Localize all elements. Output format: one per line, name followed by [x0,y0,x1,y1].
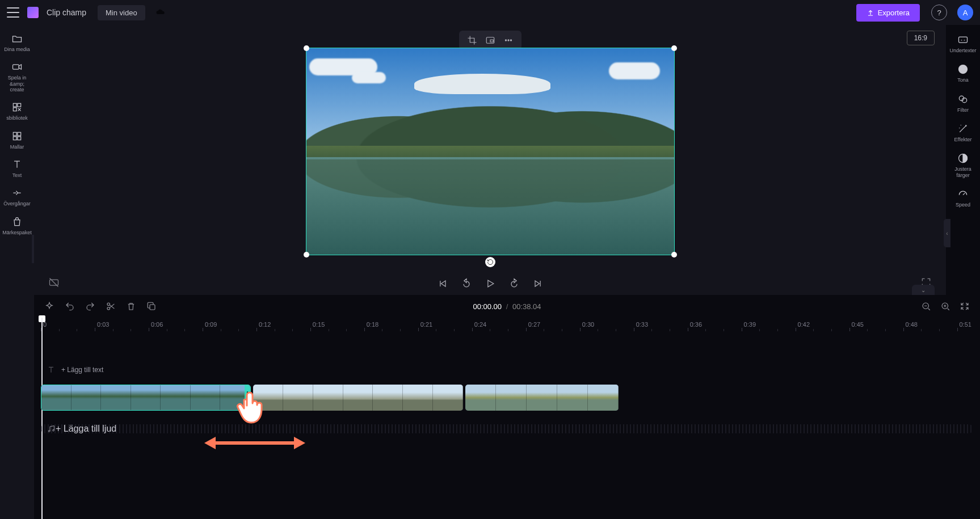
pip-icon[interactable] [485,35,495,45]
split-scissors-icon[interactable] [106,301,116,311]
sidebar-item-brandkit[interactable]: Märkespaket [1,213,33,239]
prop-item-label: Undertexter [949,48,976,53]
rotate-handle[interactable] [485,257,495,267]
add-audio-label: Lägga till ljud [64,424,116,433]
more-icon[interactable] [503,35,514,45]
menu-button[interactable] [7,7,19,18]
delete-icon[interactable] [126,301,136,311]
video-clip-3[interactable] [465,385,619,411]
svg-point-25 [53,429,54,431]
svg-point-11 [507,40,508,41]
ai-sparkle-icon[interactable] [44,301,54,311]
prop-item-fade[interactable]: Tona [947,60,979,86]
svg-rect-4 [13,132,16,136]
help-button[interactable]: ? [931,5,947,20]
prop-item-label: Filter [957,107,969,113]
svg-rect-3 [13,108,16,111]
sidebar-item-label: Spela in &amp; create [1,75,33,92]
add-audio-button[interactable]: + Lägga till ljud [56,424,116,434]
track-text[interactable]: + Lägg till text [41,358,973,381]
watermark-toggle-icon[interactable] [48,277,60,288]
rotate-icon [487,259,494,265]
prop-item-adjust-colors[interactable]: Justera färger [947,149,979,182]
project-name-input[interactable]: Min video [98,5,145,20]
svg-point-24 [48,431,50,432]
undo-icon[interactable] [65,301,75,311]
current-time: 00:00.00 [473,302,502,311]
sidebar-item-label: Text [12,172,22,178]
contrast-icon [957,153,969,164]
zoom-in-icon[interactable] [940,301,950,311]
prop-item-effects[interactable]: Effekter [947,120,979,146]
copy-icon[interactable] [146,301,157,311]
resize-handle-tr[interactable] [671,45,677,51]
svg-point-12 [510,40,511,41]
sidebar-item-text[interactable]: Text [1,155,33,182]
svg-rect-14 [959,37,968,43]
svg-point-15 [959,65,968,74]
sidebar-item-label: Mallar [10,144,24,150]
music-note-icon [47,424,56,433]
redo-icon[interactable] [85,301,95,311]
captions-icon [957,34,969,45]
sidebar-item-transitions[interactable]: Övergångar [1,184,33,210]
cloud-sync-off-icon [155,7,166,18]
svg-rect-9 [490,40,493,42]
svg-rect-7 [18,137,21,140]
timeline-ruler[interactable]: 00:030:060:090:120:150:180:210:240:270:3… [34,318,980,334]
preview-canvas[interactable] [306,48,675,255]
export-button[interactable]: Exportera [856,4,920,22]
resize-handle-bl[interactable] [304,252,309,258]
prop-item-filter[interactable]: Filter [947,90,979,116]
prop-item-label: Justera färger [954,166,971,178]
track-video[interactable] [41,385,973,411]
text-icon [11,159,23,170]
upload-icon [867,9,874,16]
rewind-icon[interactable] [461,278,472,289]
video-clip-1[interactable] [41,385,251,411]
track-audio[interactable]: + Lägga till ljud [41,417,973,440]
sidebar-item-label: Märkespaket [2,230,32,235]
transitions-icon [11,187,23,199]
folder-icon [11,33,23,44]
sidebar-item-library[interactable]: sbibliotek [1,98,33,124]
forward-icon[interactable] [508,278,520,289]
zoom-out-icon[interactable] [921,301,931,311]
zoom-fit-icon[interactable] [960,301,970,311]
prop-item-label: Effekter [954,137,972,142]
export-button-label: Exportera [878,9,910,17]
sidebar-item-record[interactable]: Spela in &amp; create [1,58,33,96]
timeline-collapse-toggle[interactable]: ⌄ [912,285,935,295]
add-text-button[interactable]: + Lägg till text [61,366,103,374]
filter-icon [957,94,969,105]
play-button[interactable] [485,278,496,289]
audio-waveform-placeholder [41,424,973,433]
svg-rect-0 [13,65,19,69]
resize-handle-br[interactable] [671,252,677,258]
prop-item-label: Tona [957,77,969,83]
video-clip-2[interactable] [253,385,463,411]
skip-start-icon[interactable] [437,278,448,289]
fade-icon [957,64,969,75]
total-time: 00:38.04 [512,302,541,311]
user-avatar[interactable]: A [957,5,973,20]
speed-icon [957,188,969,200]
wand-icon [957,123,969,134]
sidebar-item-media[interactable]: Dina media [1,29,33,56]
library-icon [11,102,23,113]
svg-rect-1 [13,104,16,107]
grid-icon [11,130,23,142]
resize-handle-tl[interactable] [304,45,309,51]
skip-end-icon[interactable] [532,278,544,289]
brand-name: Clip champ [47,8,86,17]
sidebar-item-label: sbibliotek [6,115,28,121]
right-sidebar-toggle[interactable]: ‹ [944,219,950,247]
drag-arrow-overlay [202,434,308,452]
aspect-ratio-button[interactable]: 16:9 [907,31,935,45]
sidebar-item-templates[interactable]: Mallar [1,127,33,153]
prop-item-speed[interactable]: Speed [947,185,979,211]
canvas-toolbar [459,31,521,50]
time-separator: / [506,302,508,311]
crop-icon[interactable] [467,35,477,45]
prop-item-captions[interactable]: Undertexter [947,31,979,57]
